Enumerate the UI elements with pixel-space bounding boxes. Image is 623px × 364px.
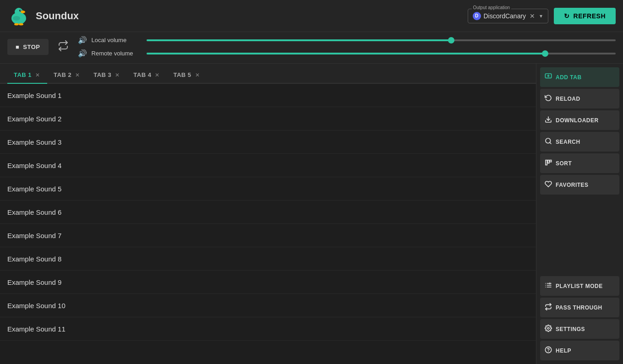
remote-volume-slider[interactable]	[147, 53, 616, 54]
output-app-container: Output application D DiscordCanary ✕ ▾	[468, 9, 549, 23]
favorite-sound-button[interactable]	[504, 160, 514, 170]
tab-3[interactable]: TAB 3✕	[87, 67, 127, 84]
favorite-sound-button[interactable]	[504, 137, 514, 147]
sidebar-spacer	[540, 196, 619, 274]
output-app-label: Output application	[472, 5, 512, 10]
playlist-mode-button[interactable]: PLAYLIST MODE	[540, 276, 619, 296]
discord-icon: D	[473, 12, 481, 20]
favorites-button[interactable]: FAVORITES	[540, 175, 619, 195]
svg-point-5	[13, 16, 20, 21]
settings-icon	[545, 325, 552, 333]
favorite-sound-button[interactable]	[504, 90, 514, 100]
sound-item[interactable]: Example Sound 9	[0, 271, 536, 294]
reload-button[interactable]: RELOAD	[540, 89, 619, 109]
svg-point-7	[19, 23, 23, 25]
passthrough-toggle-button[interactable]	[56, 38, 71, 55]
sound-name: Example Sound 4	[7, 162, 61, 169]
tab-close-3[interactable]: ✕	[114, 72, 120, 78]
header: Soundux Output application D DiscordCana…	[0, 0, 623, 32]
stop-button[interactable]: ■ STOP	[7, 39, 49, 55]
favorite-sound-button[interactable]	[504, 207, 514, 217]
pass-through-icon	[545, 303, 552, 312]
favorite-sound-button[interactable]	[504, 300, 514, 310]
help-button[interactable]: HELP	[540, 341, 619, 360]
sound-name: Example Sound 3	[7, 138, 61, 146]
sound-item[interactable]: Example Sound 7	[0, 224, 536, 247]
tab-close-1[interactable]: ✕	[34, 72, 41, 78]
favorite-sound-button[interactable]	[504, 277, 514, 287]
sound-item[interactable]: Example Sound 6	[0, 201, 536, 224]
svg-rect-27	[550, 160, 551, 162]
local-volume-slider[interactable]	[147, 39, 616, 41]
pass-through-button[interactable]: PASS THROUGH	[540, 298, 619, 317]
sound-list: Example Sound 1Example Sound 2Example So…	[0, 84, 536, 364]
sound-item[interactable]: Example Sound 10	[0, 294, 536, 317]
svg-point-2	[21, 11, 25, 13]
sound-item[interactable]: Example Sound 3	[0, 130, 536, 154]
refresh-icon: ↻	[564, 12, 570, 20]
logo-area: Soundux	[7, 5, 79, 27]
tab-2[interactable]: TAB 2✕	[47, 67, 87, 84]
sort-button[interactable]: SORT	[540, 153, 619, 173]
hotkey-sound-button[interactable]	[519, 324, 529, 334]
add-tab-button[interactable]: ADD TAB	[540, 67, 619, 87]
sound-item[interactable]: Example Sound 11	[0, 317, 536, 341]
hotkey-sound-button[interactable]	[519, 300, 529, 310]
settings-button[interactable]: SETTINGS	[540, 319, 619, 339]
reload-icon	[545, 94, 552, 103]
sound-name: Example Sound 7	[7, 232, 61, 239]
search-button[interactable]: SEARCH	[540, 132, 619, 152]
favorite-sound-button[interactable]	[504, 230, 514, 240]
download-icon	[545, 116, 552, 125]
favorite-sound-button[interactable]	[504, 254, 514, 264]
tab-4[interactable]: TAB 4✕	[127, 67, 167, 84]
sound-name: Example Sound 5	[7, 185, 61, 193]
search-icon	[545, 137, 552, 146]
hotkey-sound-button[interactable]	[519, 230, 529, 240]
sound-item[interactable]: Example Sound 5	[0, 177, 536, 201]
favorite-sound-button[interactable]	[504, 114, 514, 124]
tab-label-2: TAB 2	[54, 71, 71, 78]
remote-volume-row: 🔊 Remote volume	[78, 49, 616, 58]
left-panel: TAB 1✕TAB 2✕TAB 3✕TAB 4✕TAB 5✕ Example S…	[0, 64, 536, 364]
hotkey-sound-button[interactable]	[519, 207, 529, 217]
speaker-icon: 🔊	[78, 36, 87, 44]
tabs-bar: TAB 1✕TAB 2✕TAB 3✕TAB 4✕TAB 5✕	[0, 64, 536, 84]
sound-name: Example Sound 8	[7, 255, 61, 263]
tab-close-5[interactable]: ✕	[194, 72, 201, 78]
hotkey-sound-button[interactable]	[519, 90, 529, 100]
sound-name: Example Sound 10	[7, 302, 66, 310]
svg-point-3	[19, 10, 21, 11]
hotkey-sound-button[interactable]	[519, 160, 529, 170]
hotkey-sound-button[interactable]	[519, 184, 529, 194]
add-tab-icon	[545, 73, 552, 81]
stop-icon: ■	[16, 43, 19, 50]
refresh-button[interactable]: ↻ REFRESH	[554, 8, 616, 24]
sound-name: Example Sound 11	[7, 325, 66, 333]
favorite-sound-button[interactable]	[504, 184, 514, 194]
hotkey-sound-button[interactable]	[519, 137, 529, 147]
tab-close-4[interactable]: ✕	[154, 72, 160, 78]
tab-close-2[interactable]: ✕	[74, 72, 81, 78]
tab-label-4: TAB 4	[133, 71, 151, 78]
sound-item[interactable]: Example Sound 2	[0, 107, 536, 130]
tab-5[interactable]: TAB 5✕	[167, 67, 207, 84]
help-icon	[545, 346, 552, 355]
tab-label-1: TAB 1	[14, 71, 32, 78]
hotkey-sound-button[interactable]	[519, 114, 529, 124]
hotkey-sound-button[interactable]	[519, 254, 529, 264]
svg-point-35	[547, 327, 549, 329]
favorite-sound-button[interactable]	[504, 324, 514, 334]
sound-item[interactable]: Example Sound 1	[0, 84, 536, 107]
sound-item[interactable]: Example Sound 4	[0, 154, 536, 177]
tab-1[interactable]: TAB 1✕	[7, 67, 47, 84]
downloader-button[interactable]: DOWNLOADER	[540, 110, 619, 130]
hotkey-sound-button[interactable]	[519, 277, 529, 287]
close-output-app-button[interactable]: ✕	[529, 12, 536, 20]
sound-item[interactable]: Example Sound 8	[0, 247, 536, 271]
tab-label-3: TAB 3	[93, 71, 111, 78]
remote-volume-label: Remote volume	[92, 50, 142, 57]
svg-point-6	[14, 23, 19, 25]
output-app-dropdown-button[interactable]: ▾	[539, 13, 543, 19]
sound-name: Example Sound 2	[7, 115, 61, 123]
